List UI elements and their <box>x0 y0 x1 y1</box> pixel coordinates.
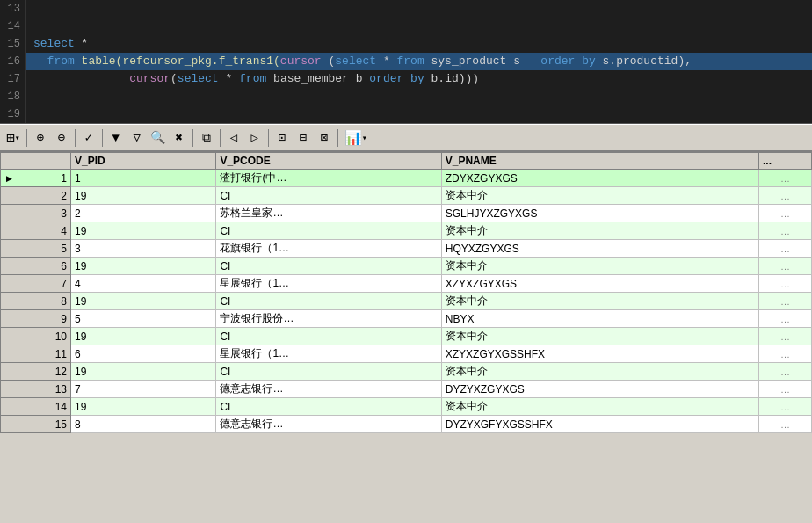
nav-left-button[interactable]: ◁ <box>224 128 243 148</box>
cell-v_pname[interactable]: ZDYXZGYXGS <box>441 170 758 187</box>
table-row[interactable]: 819CI资本中介… <box>1 293 812 310</box>
cell-v_pcode[interactable]: 苏格兰皇家… <box>216 205 441 222</box>
cell-v_pid[interactable]: 4 <box>71 275 216 293</box>
grid-view-button[interactable]: ⊞▾ <box>4 128 23 148</box>
row-selector <box>1 258 18 275</box>
goto-button[interactable]: ⊡ <box>272 128 292 148</box>
table-row[interactable]: 219CI资本中介… <box>1 187 812 205</box>
cell-v_pname[interactable]: 资本中介 <box>441 328 758 345</box>
table-row[interactable]: 158德意志银行…DYZYXGFYXGSSHFX… <box>1 416 812 433</box>
row-expand[interactable]: … <box>759 170 812 187</box>
row-expand[interactable]: … <box>759 222 812 240</box>
cell-v_pid[interactable]: 19 <box>71 293 216 310</box>
cell-v_pname[interactable]: 资本中介 <box>441 258 758 275</box>
cell-v_pid[interactable]: 19 <box>71 222 216 240</box>
table-row[interactable]: 1219CI资本中介… <box>1 363 812 381</box>
export-button[interactable]: ⊟ <box>294 128 313 148</box>
cell-v_pcode[interactable]: CI <box>216 363 441 381</box>
cell-v_pname[interactable]: 资本中介 <box>441 187 758 205</box>
cell-v_pname[interactable]: HQYXZGYXGS <box>441 240 758 258</box>
copy-button[interactable]: ⧉ <box>197 128 216 148</box>
cell-v_pid[interactable]: 8 <box>71 416 216 433</box>
table-row[interactable]: 619CI资本中介… <box>1 258 812 275</box>
cell-v_pname[interactable]: XZYXZGYXGS <box>441 275 758 293</box>
row-expand[interactable]: … <box>759 345 812 363</box>
cell-v_pname[interactable]: 资本中介 <box>441 363 758 381</box>
chart-button[interactable]: 📊▾ <box>342 128 370 148</box>
cell-v_pcode[interactable]: CI <box>216 328 441 345</box>
cell-v_pcode[interactable]: 花旗银行（1… <box>216 240 441 258</box>
table-row[interactable]: 1019CI资本中介… <box>1 328 812 345</box>
cell-v_pcode[interactable]: 宁波银行股份… <box>216 310 441 328</box>
header-v_pname[interactable]: V_PNAME <box>441 153 758 170</box>
row-expand[interactable]: … <box>759 293 812 310</box>
cell-v_pid[interactable]: 2 <box>71 205 216 222</box>
add-row-button[interactable]: ⊕ <box>31 128 50 148</box>
cell-v_pid[interactable]: 5 <box>71 310 216 328</box>
row-expand[interactable]: … <box>759 381 812 398</box>
row-expand[interactable]: … <box>759 187 812 205</box>
cell-v_pid[interactable]: 19 <box>71 187 216 205</box>
table-row[interactable]: 95宁波银行股份…NBYX… <box>1 310 812 328</box>
row-expand[interactable]: … <box>759 363 812 381</box>
table-row[interactable]: ▶11渣打银行(中…ZDYXZGYXGS… <box>1 170 812 187</box>
code-editor[interactable]: 13 14 15select *16 from table(refcursor_… <box>0 0 812 124</box>
cell-v_pcode[interactable]: 渣打银行(中… <box>216 170 441 187</box>
grid-container[interactable]: V_PIDV_PCODEV_PNAME... ▶11渣打银行(中…ZDYXZGY… <box>0 152 812 433</box>
row-expand[interactable]: … <box>759 416 812 433</box>
cell-v_pid[interactable]: 6 <box>71 345 216 363</box>
nav-right-button[interactable]: ▷ <box>245 128 265 148</box>
cell-v_pname[interactable]: DYZYXGFYXGSSHFX <box>441 416 758 433</box>
cell-v_pname[interactable]: NBYX <box>441 310 758 328</box>
delete-row-button[interactable]: ⊖ <box>52 128 71 148</box>
cell-v_pid[interactable]: 19 <box>71 258 216 275</box>
row-expand[interactable]: … <box>759 398 812 416</box>
table-row[interactable]: 1419CI资本中介… <box>1 398 812 416</box>
cell-v_pid[interactable]: 3 <box>71 240 216 258</box>
header-v_pid[interactable]: V_PID <box>71 153 216 170</box>
table-row[interactable]: 116星展银行（1…XZYXZGYXGSSHFX… <box>1 345 812 363</box>
table-row[interactable]: 53花旗银行（1…HQYXZGYXGS… <box>1 240 812 258</box>
row-expand[interactable]: … <box>759 258 812 275</box>
cell-v_pname[interactable]: 资本中介 <box>441 293 758 310</box>
cell-v_pid[interactable]: 7 <box>71 381 216 398</box>
print-button[interactable]: ⊠ <box>315 128 334 148</box>
cell-v_pname[interactable]: 资本中介 <box>441 398 758 416</box>
line-content: cursor(select * from base_member b order… <box>26 70 479 88</box>
row-expand[interactable]: … <box>759 240 812 258</box>
table-row[interactable]: 137德意志银行…DYZYXZGYXGS… <box>1 381 812 398</box>
cell-v_pname[interactable]: 资本中介 <box>441 222 758 240</box>
filter-button[interactable]: ▼ <box>106 128 126 148</box>
save-button[interactable]: ✓ <box>79 128 98 148</box>
header-v_pcode[interactable]: V_PCODE <box>216 153 441 170</box>
cell-v_pcode[interactable]: CI <box>216 187 441 205</box>
row-expand[interactable]: … <box>759 275 812 293</box>
table-row[interactable]: 419CI资本中介… <box>1 222 812 240</box>
code-line-15: 15select * <box>0 35 812 53</box>
cell-v_pname[interactable]: DYZYXZGYXGS <box>441 381 758 398</box>
cell-v_pname[interactable]: SGLHJYXZGYXGS <box>441 205 758 222</box>
filter2-button[interactable]: ▽ <box>127 128 147 148</box>
search-button[interactable]: 🔍 <box>149 128 168 148</box>
cell-v_pid[interactable]: 19 <box>71 328 216 345</box>
cell-v_pcode[interactable]: CI <box>216 398 441 416</box>
cell-v_pcode[interactable]: 德意志银行… <box>216 381 441 398</box>
cell-v_pid[interactable]: 19 <box>71 363 216 381</box>
cell-v_pcode[interactable]: CI <box>216 293 441 310</box>
cancel-button[interactable]: ✖ <box>170 128 189 148</box>
cell-v_pcode[interactable]: 星展银行（1… <box>216 275 441 293</box>
cell-v_pcode[interactable]: CI <box>216 222 441 240</box>
row-expand[interactable]: … <box>759 328 812 345</box>
cell-v_pid[interactable]: 19 <box>71 398 216 416</box>
code-lines: 13 14 15select *16 from table(refcursor_… <box>0 0 812 123</box>
table-row[interactable]: 74星展银行（1…XZYXZGYXGS… <box>1 275 812 293</box>
cell-v_pid[interactable]: 1 <box>71 170 216 187</box>
cell-v_pcode[interactable]: 德意志银行… <box>216 416 441 433</box>
cell-v_pcode[interactable]: 星展银行（1… <box>216 345 441 363</box>
row-expand[interactable]: … <box>759 310 812 328</box>
row-selector <box>1 310 18 328</box>
row-expand[interactable]: … <box>759 205 812 222</box>
cell-v_pcode[interactable]: CI <box>216 258 441 275</box>
cell-v_pname[interactable]: XZYXZGYXGSSHFX <box>441 345 758 363</box>
table-row[interactable]: 32苏格兰皇家…SGLHJYXZGYXGS… <box>1 205 812 222</box>
